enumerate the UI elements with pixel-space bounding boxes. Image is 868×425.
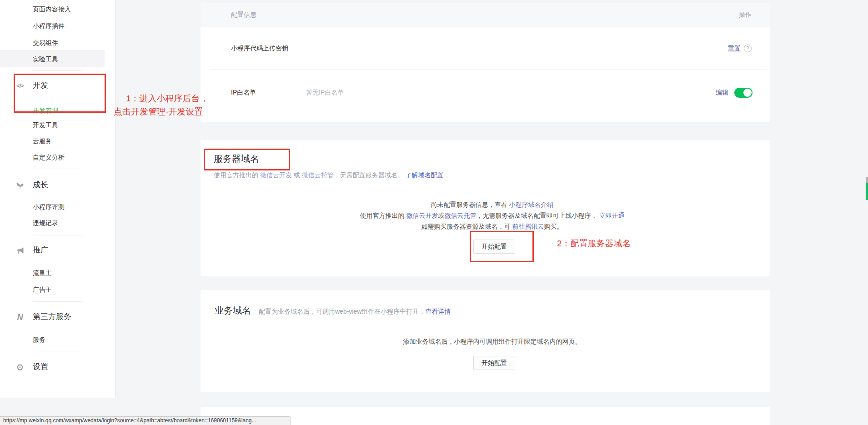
- annotation-step2: 2：配置服务器域名: [557, 238, 631, 250]
- upload-key-row: 小程序代码上传密钥 重置 ?: [201, 27, 770, 70]
- empty-line3: 如需购买服务器资源及域名，可 前往腾讯云购买。: [214, 221, 770, 232]
- business-domain-title: 业务域名: [215, 305, 251, 317]
- sidebar-item-advertiser[interactable]: 广告主: [33, 285, 52, 294]
- empty-line2: 使用官方推出的 微信云开发或微信云托管，无需服务器及域名配置即可上线小程序， 立…: [214, 210, 770, 221]
- sidebar-section-settings[interactable]: ⚙ 设置: [0, 361, 115, 373]
- floating-widget-top: [866, 177, 868, 183]
- ip-whitelist-value: 暂无IP白名单: [306, 89, 344, 97]
- sidebar-section-third-party[interactable]: N 第三方服务: [0, 311, 115, 323]
- server-domain-card: 服务器域名 使用官方推出的 微信云开发 或 微信云托管，无需配置服务器域名。 了…: [201, 140, 770, 276]
- config-info-header: 配置信息: [231, 11, 256, 19]
- sidebar-item-page-content[interactable]: 页面内容接入: [33, 5, 71, 14]
- sidebar-divider: [33, 301, 83, 302]
- sidebar-item-trade[interactable]: 交易组件: [33, 38, 58, 47]
- empty-line1: 尚未配置服务器信息，查看 小程序域名介绍: [214, 199, 770, 210]
- sidebar-item-lab-tools[interactable]: 实验工具: [33, 55, 58, 64]
- annotation-box-dev-menu: [14, 74, 106, 113]
- toggle-knob: [743, 89, 752, 97]
- ip-whitelist-toggle[interactable]: [734, 88, 753, 98]
- sidebar-item-mp-evaluation[interactable]: 小程序评测: [33, 202, 65, 211]
- sidebar: 页面内容接入 小程序插件 交易组件 实验工具 </> 开发 开发管理 开发工具 …: [0, 0, 115, 398]
- sidebar-item-custom-analysis[interactable]: 自定义分析: [33, 153, 65, 162]
- cloud-hosting-link2[interactable]: 微信云托管: [445, 212, 477, 219]
- sidebar-divider: [33, 351, 83, 351]
- floating-widget-green: [866, 183, 868, 200]
- learn-domain-config-link[interactable]: 了解域名配置: [406, 171, 444, 179]
- annotation-step1: 1：进入小程序后台， 点击开发管理-开发设置: [114, 92, 209, 118]
- sprout-icon: [14, 180, 26, 190]
- annotation-box-start-config: [470, 231, 534, 262]
- cloud-dev-link[interactable]: 微信云开发: [260, 171, 292, 179]
- action-header: 操作: [739, 11, 752, 19]
- annotation-box-server-domain: [204, 149, 290, 170]
- third-party-icon: N: [14, 312, 26, 322]
- tencent-cloud-link[interactable]: 前往腾讯云: [512, 223, 544, 230]
- server-domain-desc: 使用官方推出的 微信云开发 或 微信云托管，无需配置服务器域名。 了解域名配置: [214, 171, 444, 180]
- business-domain-card: 业务域名 配置为业务域名后，可调用web-view组件在小程序中打开，查看详情 …: [201, 290, 770, 392]
- sidebar-item-plugin[interactable]: 小程序插件: [33, 21, 65, 30]
- sidebar-section-promotion[interactable]: 推广: [0, 244, 115, 256]
- ip-whitelist-label: IP白名单: [231, 89, 306, 97]
- sidebar-item-traffic-owner[interactable]: 流量主: [33, 268, 52, 277]
- domain-intro-link[interactable]: 小程序域名介绍: [509, 201, 553, 208]
- link-preview-statusbar: https://mp.weixin.qq.com/wxamp/wedata/lo…: [0, 416, 291, 425]
- floating-widget-sliver[interactable]: [866, 177, 868, 200]
- sidebar-section-growth[interactable]: 成长: [0, 179, 115, 191]
- help-icon[interactable]: ?: [744, 45, 752, 52]
- megaphone-icon: [14, 245, 26, 255]
- sidebar-item-dev-tools[interactable]: 开发工具: [33, 120, 58, 130]
- gear-icon: ⚙: [14, 362, 26, 372]
- sidebar-item-service[interactable]: 服务: [33, 335, 45, 344]
- sidebar-divider: [33, 169, 83, 169]
- cloud-hosting-link[interactable]: 微信云托管: [302, 171, 334, 179]
- edit-link[interactable]: 编辑: [716, 89, 728, 97]
- view-details-link[interactable]: 查看详情: [425, 308, 451, 315]
- server-domain-empty-state: 尚未配置服务器信息，查看 小程序域名介绍 使用官方推出的 微信云开发或微信云托管…: [214, 199, 770, 232]
- sidebar-divider: [33, 235, 83, 235]
- reset-link[interactable]: 重置: [728, 45, 741, 53]
- business-domain-desc: 配置为业务域名后，可调用web-view组件在小程序中打开，查看详情: [259, 308, 451, 316]
- upload-key-label: 小程序代码上传密钥: [231, 45, 288, 53]
- config-table-header: 配置信息 操作: [201, 3, 770, 27]
- sidebar-item-cloud[interactable]: 云服务: [33, 136, 52, 145]
- ip-whitelist-row: IP白名单 暂无IP白名单 编辑: [201, 70, 770, 122]
- business-domain-start-config-button[interactable]: 开始配置: [473, 356, 515, 370]
- sidebar-item-violation-record[interactable]: 违规记录: [33, 218, 58, 227]
- activate-now-link[interactable]: 立即开通: [599, 212, 624, 219]
- sidebar-divider: [33, 70, 83, 71]
- cloud-dev-link2[interactable]: 微信云开发: [406, 212, 438, 219]
- business-domain-empty-text: 添加业务域名后，小程序内可调用组件打开限定域名内的网页。: [214, 338, 770, 346]
- config-info-card: 配置信息 操作 小程序代码上传密钥 重置 ? IP白名单 暂无IP白名单 编辑: [201, 3, 770, 122]
